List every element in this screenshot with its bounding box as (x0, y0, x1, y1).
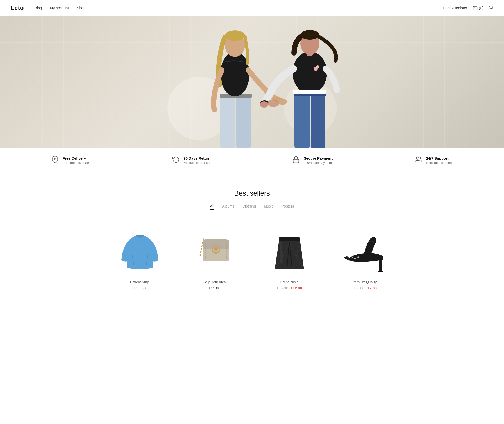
product-name: Premium Quality (331, 280, 398, 284)
svg-rect-20 (293, 90, 326, 94)
feature-free-delivery-text: Free Delivery For orders over $99 (63, 156, 90, 165)
logo[interactable]: Leto (11, 4, 24, 11)
nav-my-account[interactable]: My account (50, 6, 69, 10)
product-premium-quality[interactable]: Premium Quality £15.00 £12.00 (331, 223, 398, 290)
feature-free-delivery: Free Delivery For orders over $99 (11, 156, 131, 165)
location-icon (51, 156, 59, 165)
svg-point-38 (145, 251, 146, 252)
feature-payment: Secure Payment 100% safe payment (252, 156, 373, 165)
svg-line-2 (492, 8, 493, 9)
svg-point-22 (260, 101, 268, 108)
feature-return-text: 90 Days Return No questions asked (184, 156, 211, 165)
product-price-sale: £12.00 (365, 286, 377, 290)
product-price-value: £35.00 (134, 286, 146, 290)
product-image-bag (181, 223, 248, 276)
product-price: £15.00 (181, 286, 248, 290)
search-icon-wrap[interactable] (489, 5, 493, 11)
feature-support-text: 24/7 Support Dedicated support (426, 156, 452, 165)
hero-section (0, 16, 504, 148)
product-price-sale: £12.00 (291, 286, 302, 290)
svg-point-29 (54, 158, 56, 160)
svg-point-45 (354, 258, 356, 259)
product-price-original: £15.00 (351, 286, 363, 290)
product-price-original: £15.00 (277, 286, 288, 290)
feature-return: 90 Days Return No questions asked (131, 156, 252, 165)
features-bar: Free Delivery For orders over $99 90 Day… (0, 148, 504, 173)
hero-figures-svg (146, 16, 358, 148)
product-name: Flying Ninja (256, 280, 323, 284)
tab-albums[interactable]: Albums (222, 204, 234, 210)
nav-blog[interactable]: Blog (34, 6, 42, 10)
svg-point-15 (278, 99, 287, 105)
svg-rect-6 (236, 95, 251, 148)
nav-shop[interactable]: Shop (77, 6, 85, 10)
products-grid: Patient Ninja £35.00 (107, 223, 398, 290)
feature-payment-title: Secure Payment (304, 156, 333, 160)
svg-rect-5 (220, 95, 235, 148)
tab-all[interactable]: All (210, 204, 214, 210)
support-icon (415, 156, 423, 165)
svg-point-36 (141, 251, 142, 252)
product-patient-ninja[interactable]: Patient Ninja £35.00 (107, 223, 174, 290)
lock-icon (292, 156, 300, 165)
product-name: Ship Your Idea (181, 280, 248, 284)
svg-point-19 (293, 52, 327, 94)
svg-point-24 (316, 65, 319, 68)
feature-support: 24/7 Support Dedicated support (373, 156, 494, 165)
header: Leto Blog My account Shop Login/Register… (0, 0, 504, 16)
svg-point-47 (352, 257, 353, 258)
feature-payment-text: Secure Payment 100% safe payment (304, 156, 333, 165)
product-price: £15.00 £12.00 (331, 286, 398, 290)
product-price-value: £15.00 (209, 286, 220, 290)
product-name: Patient Ninja (107, 280, 174, 284)
feature-subtitle: For orders over $99 (63, 161, 90, 165)
product-price: £15.00 £12.00 (256, 286, 323, 290)
cart-count: (0) (479, 6, 483, 10)
svg-point-8 (220, 52, 249, 96)
svg-point-27 (300, 30, 319, 40)
svg-point-33 (139, 245, 140, 246)
main-nav: Blog My account Shop (34, 6, 85, 10)
svg-point-1 (489, 6, 492, 9)
svg-point-41 (214, 247, 218, 251)
tab-music[interactable]: Music (264, 204, 274, 210)
cart-icon (473, 5, 478, 11)
login-register-link[interactable]: Login/Register (443, 6, 467, 10)
svg-rect-16 (294, 94, 310, 148)
feature-payment-subtitle: 100% safe payment (304, 161, 333, 165)
cart-icon-wrap[interactable]: (0) (473, 5, 483, 11)
header-left: Leto Blog My account Shop (11, 4, 85, 11)
product-image-shoe (331, 223, 398, 276)
svg-rect-44 (378, 271, 383, 272)
filter-tabs: All Albums Clothing Music Posters (11, 204, 493, 210)
svg-rect-43 (379, 260, 382, 272)
svg-rect-17 (311, 94, 325, 148)
svg-rect-42 (279, 237, 300, 241)
feature-return-subtitle: No questions asked (184, 161, 211, 165)
search-icon (489, 5, 493, 10)
tab-clothing[interactable]: Clothing (242, 204, 256, 210)
return-icon (172, 156, 180, 165)
feature-support-subtitle: Dedicated support (426, 161, 452, 165)
feature-title: Free Delivery (63, 156, 90, 160)
header-right: Login/Register (0) (443, 5, 493, 11)
svg-point-34 (143, 247, 144, 248)
svg-point-35 (137, 250, 138, 251)
product-image-skirt (256, 223, 323, 276)
svg-point-37 (134, 253, 135, 254)
best-sellers-title: Best sellers (11, 189, 493, 197)
best-sellers-section: Best sellers All Albums Clothing Music P… (0, 173, 504, 301)
svg-point-31 (416, 157, 419, 159)
svg-rect-30 (293, 159, 299, 163)
svg-point-46 (357, 256, 359, 258)
product-price: £35.00 (107, 286, 174, 290)
feature-support-title: 24/7 Support (426, 156, 452, 160)
svg-point-28 (267, 99, 279, 107)
product-flying-ninja[interactable]: Flying Ninja £15.00 £12.00 (256, 223, 323, 290)
product-ship-your-idea[interactable]: Ship Your Idea £15.00 (181, 223, 248, 290)
tab-posters[interactable]: Posters (281, 204, 294, 210)
product-image-jacket (107, 223, 174, 276)
svg-point-13 (225, 30, 245, 41)
feature-return-title: 90 Days Return (184, 156, 211, 160)
svg-point-32 (135, 246, 137, 247)
